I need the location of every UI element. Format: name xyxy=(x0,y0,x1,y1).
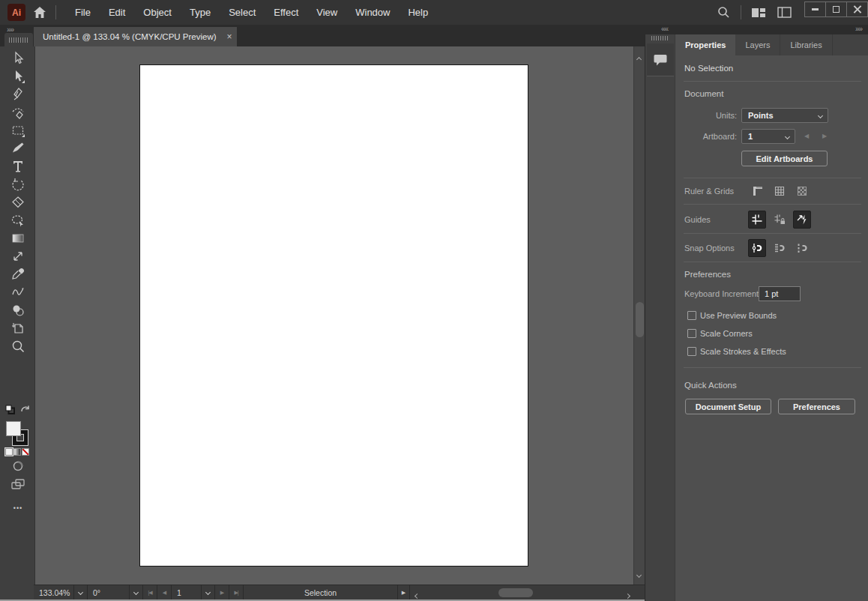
expand-dock-icon[interactable]: »» xyxy=(855,25,862,33)
canvas-pasteboard[interactable] xyxy=(35,46,633,585)
eyedropper-tool[interactable] xyxy=(9,267,27,282)
artboard-tool[interactable] xyxy=(9,321,27,336)
preferences-button[interactable]: Preferences xyxy=(778,399,855,414)
edit-artboards-button[interactable]: Edit Artboards xyxy=(741,151,828,166)
next-artboard-icon[interactable]: ▶ xyxy=(822,133,827,139)
scale-strokes-effects-checkbox[interactable] xyxy=(687,347,696,356)
scroll-left-icon[interactable] xyxy=(415,591,419,600)
panel-tabs: Properties Layers Libraries xyxy=(675,34,868,55)
drawing-modes-button[interactable] xyxy=(10,459,26,474)
maximize-button[interactable] xyxy=(825,1,847,17)
document-tab[interactable]: Untitled-1 @ 133.04 % (CMYK/CPU Preview)… xyxy=(34,27,237,46)
artboard-dropdown-icon[interactable] xyxy=(202,585,215,600)
menu-file[interactable]: File xyxy=(66,0,100,25)
show-rulers-button[interactable] xyxy=(748,182,766,200)
color-button[interactable] xyxy=(5,448,13,456)
scale-corners-checkbox[interactable] xyxy=(687,329,696,338)
scroll-right-icon[interactable] xyxy=(626,591,630,600)
vertical-scrollbar-thumb[interactable] xyxy=(636,302,644,337)
rotate-tool[interactable] xyxy=(9,177,27,192)
gradient-tool[interactable] xyxy=(9,231,27,246)
arrange-documents-button[interactable] xyxy=(771,0,797,25)
document-setup-button[interactable]: Document Setup xyxy=(685,399,771,414)
paintbrush-tool[interactable] xyxy=(9,141,27,156)
rotation-dropdown-icon[interactable] xyxy=(130,585,143,600)
selection-tool[interactable] xyxy=(9,51,27,66)
menu-type[interactable]: Type xyxy=(181,0,220,25)
workspace-switcher-button[interactable] xyxy=(746,0,771,25)
previous-artboard-button[interactable]: ◀ xyxy=(157,585,172,600)
document-tab-close-icon[interactable]: × xyxy=(227,32,232,41)
menu-view[interactable]: View xyxy=(307,0,346,25)
lock-guides-button[interactable] xyxy=(771,211,789,229)
lock-guides-icon xyxy=(774,214,786,226)
menu-object[interactable]: Object xyxy=(134,0,181,25)
home-button[interactable] xyxy=(31,4,48,20)
menu-help[interactable]: Help xyxy=(399,0,437,25)
dock-grip-icon[interactable] xyxy=(651,36,669,40)
last-artboard-button[interactable]: ▶| xyxy=(229,585,244,600)
none-button[interactable] xyxy=(22,448,29,456)
scroll-up-icon[interactable] xyxy=(637,51,641,64)
toolbar-grip[interactable] xyxy=(4,33,33,46)
scroll-down-icon[interactable] xyxy=(637,567,641,580)
minimize-button[interactable] xyxy=(804,1,826,17)
ellipsis-icon: ••• xyxy=(13,504,22,512)
zoom-level-field[interactable]: 133.04% xyxy=(34,585,74,600)
artboard-number-field[interactable]: 1 xyxy=(172,585,202,600)
tab-libraries[interactable]: Libraries xyxy=(780,34,832,55)
first-artboard-button[interactable]: |◀ xyxy=(143,585,157,600)
menu-edit[interactable]: Edit xyxy=(100,0,134,25)
snap-to-glyph-button[interactable] xyxy=(771,239,789,257)
units-dropdown[interactable]: Points xyxy=(741,108,828,123)
previous-artboard-icon[interactable]: ◀ xyxy=(804,133,809,139)
menu-effect[interactable]: Effect xyxy=(265,0,307,25)
menu-window[interactable]: Window xyxy=(346,0,399,25)
zoom-level-dropdown-icon[interactable] xyxy=(74,585,88,600)
next-artboard-button[interactable]: ▶ xyxy=(215,585,229,600)
tab-properties[interactable]: Properties xyxy=(675,34,735,55)
eraser-tool[interactable] xyxy=(9,195,27,210)
rectangle-tool[interactable] xyxy=(9,123,27,138)
gradient-button[interactable] xyxy=(13,448,21,456)
edit-toolbar-button[interactable]: ••• xyxy=(10,501,26,516)
shape-builder-tool[interactable] xyxy=(9,303,27,318)
show-guides-button[interactable] xyxy=(748,211,766,229)
smart-guides-button[interactable] xyxy=(793,211,811,229)
fill-swatch[interactable] xyxy=(6,421,21,436)
grip-dots-icon xyxy=(9,37,28,43)
snap-to-point-button[interactable] xyxy=(793,239,811,257)
type-tool[interactable] xyxy=(9,159,27,174)
screen-mode-button[interactable] xyxy=(10,477,26,492)
zoom-tool[interactable] xyxy=(9,339,27,354)
snap-to-grid-button[interactable] xyxy=(748,239,766,257)
show-grid-button[interactable] xyxy=(771,182,789,200)
color-mode-buttons xyxy=(5,448,29,456)
keyboard-increment-field[interactable]: 1 pt xyxy=(759,286,801,301)
pen-tool[interactable] xyxy=(9,87,27,102)
shaper-tool[interactable] xyxy=(9,285,27,300)
show-transparency-grid-button[interactable] xyxy=(793,182,811,200)
curvature-tool[interactable] xyxy=(9,105,27,120)
rotation-field[interactable]: 0° xyxy=(88,585,130,600)
menu-select[interactable]: Select xyxy=(220,0,265,25)
search-button[interactable] xyxy=(711,0,736,25)
divider xyxy=(684,233,861,234)
default-fill-stroke-icon[interactable] xyxy=(5,405,15,414)
horizontal-scrollbar[interactable] xyxy=(410,585,645,600)
close-window-button[interactable] xyxy=(846,1,868,17)
tab-layers[interactable]: Layers xyxy=(735,34,780,55)
status-options-button[interactable]: ▶ xyxy=(398,585,410,600)
collapse-dock-icon[interactable]: «« xyxy=(661,25,668,33)
scale-corners-label: Scale Corners xyxy=(700,329,753,338)
use-preview-bounds-checkbox[interactable] xyxy=(687,311,696,320)
horizontal-scrollbar-thumb[interactable] xyxy=(498,588,533,597)
direct-selection-tool[interactable] xyxy=(9,69,27,84)
lasso-tool[interactable] xyxy=(9,213,27,228)
comments-panel-button[interactable] xyxy=(647,43,674,76)
artboard[interactable] xyxy=(139,64,528,567)
swap-fill-stroke-icon[interactable] xyxy=(20,405,30,414)
artboard-dropdown[interactable]: 1 xyxy=(741,129,795,144)
free-transform-tool[interactable] xyxy=(9,249,27,264)
vertical-scrollbar[interactable] xyxy=(633,46,645,585)
